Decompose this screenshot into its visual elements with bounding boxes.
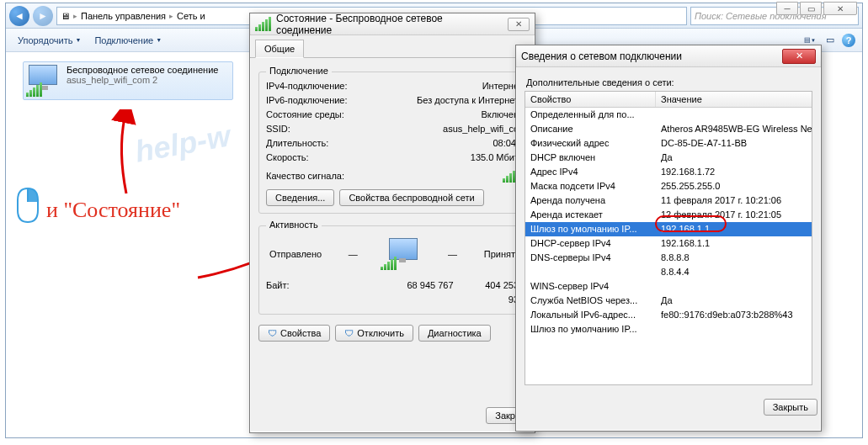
table-row[interactable]: Служба NetBIOS через...Да bbox=[525, 294, 812, 308]
sep: — bbox=[349, 249, 358, 259]
table-row[interactable]: Локальный IPv6-адрес...fe80::9176:d9eb:a… bbox=[525, 308, 812, 322]
bytes-recv: 404 253 93 bbox=[477, 278, 519, 307]
status-title: Состояние - Беспроводное сетевое соедине… bbox=[276, 13, 498, 36]
wireless-icon bbox=[26, 65, 61, 97]
table-row[interactable]: Аренда истекает12 февраля 2017 г. 10:21:… bbox=[525, 208, 812, 222]
breadcrumb-icon: 🖥 bbox=[61, 11, 70, 21]
col-property[interactable]: Свойство bbox=[525, 92, 656, 107]
disable-button[interactable]: 🛡Отключить bbox=[335, 325, 413, 342]
preview-pane-button[interactable]: ▭ bbox=[822, 32, 839, 49]
table-row[interactable]: DHCP включенДа bbox=[525, 151, 812, 165]
connection-name: Беспроводное сетевое соединение bbox=[67, 65, 218, 75]
nav-back-button[interactable]: ◄ bbox=[9, 6, 29, 26]
nav-forward-button[interactable]: ► bbox=[33, 6, 53, 26]
table-row[interactable]: Физический адресDC-85-DE-A7-11-BB bbox=[525, 136, 812, 151]
breadcrumb-item[interactable]: Сеть и bbox=[177, 11, 205, 21]
window-controls: ─ ▭ ✕ bbox=[776, 2, 857, 15]
tab-general[interactable]: Общие bbox=[255, 40, 304, 58]
details-dialog: Сведения о сетевом подключении ✕ Дополни… bbox=[515, 45, 822, 432]
red-arrow-1 bbox=[109, 109, 143, 202]
sent-label: Отправлено bbox=[269, 249, 322, 259]
details-button[interactable]: Сведения... bbox=[266, 189, 334, 206]
activity-group: Активность Отправлено — — Принят Байт: 6… bbox=[258, 225, 526, 315]
details-close-button[interactable]: ✕ bbox=[782, 49, 816, 64]
col-value[interactable]: Значение bbox=[656, 92, 812, 107]
status-close-button[interactable]: ✕ bbox=[508, 18, 530, 31]
connection-ssid: asus_help_wifi_com 2 bbox=[67, 75, 218, 85]
details-titlebar[interactable]: Сведения о сетевом подключении ✕ bbox=[516, 45, 821, 67]
wireless-props-button[interactable]: Свойства беспроводной сети bbox=[339, 189, 483, 206]
help-icon[interactable]: ? bbox=[842, 34, 855, 47]
recv-label: Принят bbox=[484, 249, 515, 259]
bytes-sent: 68 945 767 bbox=[384, 278, 477, 307]
signal-icon bbox=[255, 17, 271, 31]
details-subtitle: Дополнительные сведения о сети: bbox=[526, 77, 812, 87]
sep: — bbox=[448, 249, 457, 259]
details-close-bottom-button[interactable]: Закрыть bbox=[764, 399, 817, 416]
mouse-annotation-icon bbox=[13, 185, 43, 225]
table-row[interactable]: Адрес IPv4192.168.1.72 bbox=[525, 165, 812, 179]
network-connection-item[interactable]: Беспроводное сетевое соединение asus_hel… bbox=[23, 61, 233, 100]
details-table: Свойство Значение Определенный для по...… bbox=[525, 91, 812, 385]
table-row[interactable]: Шлюз по умолчанию IP...192.168.1.1 bbox=[525, 222, 812, 236]
maximize-button[interactable]: ▭ bbox=[800, 2, 822, 15]
table-row[interactable]: Определенный для по... bbox=[525, 108, 812, 122]
status-titlebar[interactable]: Состояние - Беспроводное сетевое соедине… bbox=[250, 13, 535, 35]
table-row[interactable]: Маска подсети IPv4255.255.255.0 bbox=[525, 179, 812, 193]
table-row[interactable]: Шлюз по умолчанию IP... bbox=[525, 322, 812, 336]
breadcrumb-item[interactable]: Панель управления bbox=[81, 11, 166, 21]
minimize-button[interactable]: ─ bbox=[776, 2, 798, 15]
connection-group: Подключение IPv4-подключение:Интерне IPv… bbox=[258, 72, 526, 214]
shield-icon: 🛡 bbox=[344, 328, 354, 338]
table-row[interactable]: WINS-сервер IPv4 bbox=[525, 279, 812, 294]
table-row[interactable]: 8.8.4.4 bbox=[525, 265, 812, 279]
close-button[interactable]: ✕ bbox=[823, 2, 857, 15]
table-row[interactable]: ОписаниеAtheros AR9485WB-EG Wireless Net… bbox=[525, 122, 812, 136]
diagnose-button[interactable]: Диагностика bbox=[418, 325, 491, 342]
activity-icon bbox=[384, 238, 421, 270]
connect-menu[interactable]: Подключение▼ bbox=[89, 33, 167, 48]
table-row[interactable]: Аренда получена11 февраля 2017 г. 10:21:… bbox=[525, 193, 812, 208]
properties-button[interactable]: 🛡Свойства bbox=[258, 325, 330, 342]
table-row[interactable]: DNS-серверы IPv48.8.8.8 bbox=[525, 251, 812, 265]
status-dialog: Состояние - Беспроводное сетевое соедине… bbox=[249, 13, 535, 433]
organize-menu[interactable]: Упорядочить▼ bbox=[13, 33, 86, 48]
shield-icon: 🛡 bbox=[268, 328, 277, 338]
details-title: Сведения о сетевом подключении bbox=[521, 50, 682, 62]
table-row[interactable]: DHCP-сервер IPv4192.168.1.1 bbox=[525, 236, 812, 251]
